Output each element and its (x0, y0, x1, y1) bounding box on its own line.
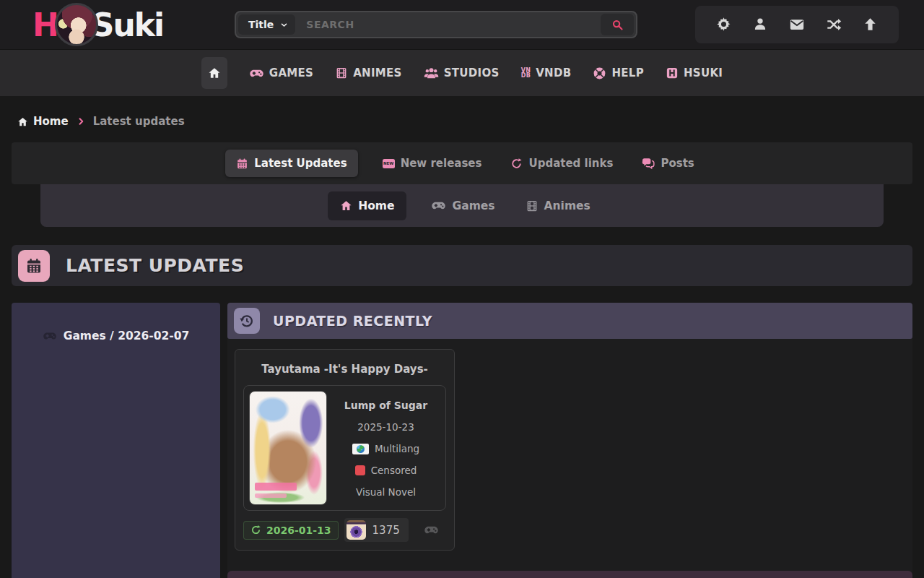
subtabs-bar: Home Games Animes (40, 184, 884, 227)
eye-thumbnail (346, 520, 366, 540)
tabs-bar: Latest Updates NEW New releases Updated … (12, 142, 912, 184)
page-title-icon-box (18, 250, 50, 282)
home-icon (340, 199, 352, 212)
nav-item-help[interactable]: HELP (593, 66, 644, 80)
nav-item-label: HSUKI (684, 66, 723, 79)
next-section-header-edge (227, 571, 912, 578)
game-cover-image[interactable] (249, 391, 327, 505)
game-category: Visual Novel (356, 486, 416, 498)
history-icon (239, 313, 255, 329)
update-date: 2026-01-13 (266, 525, 331, 536)
refresh-icon (250, 525, 261, 535)
tab-posts[interactable]: Posts (637, 150, 698, 177)
search-category-select[interactable]: Title (238, 14, 295, 35)
nav-item-label: VNDB (536, 66, 571, 79)
updated-recently-header: UPDATED RECENTLY (227, 303, 912, 339)
globe-flag-icon (352, 444, 369, 454)
game-card: Tayutama -It's Happy Days- Lump of Sugar… (235, 349, 455, 551)
subtab-home[interactable]: Home (328, 191, 406, 220)
gamepad-icon (424, 522, 439, 538)
user-icon (753, 17, 767, 31)
gamepad-icon (43, 329, 57, 343)
sidebar-heading-label: Games / 2026-02-07 (64, 329, 190, 342)
language-row: Multilang (352, 443, 419, 454)
search-category-value: Title (248, 19, 274, 30)
vndb-icon: VNDB (521, 68, 531, 78)
tab-updated-links[interactable]: Updated links (506, 150, 617, 177)
arrow-up-button[interactable] (862, 17, 878, 33)
tab-label: Latest Updates (254, 157, 346, 170)
red-square-icon (355, 465, 365, 475)
game-card-body: Lump of Sugar 2025-10-23 Multilang Censo… (243, 385, 446, 511)
tab-latest-updates[interactable]: Latest Updates (225, 150, 357, 177)
breadcrumb-home-label: Home (33, 115, 69, 128)
page-title-bar: LATEST UPDATES (12, 245, 912, 286)
game-card-footer: 2026-01-13 1375 (243, 518, 446, 542)
tab-label: Posts (661, 157, 694, 170)
gear-icon (716, 17, 731, 32)
nav-item-label: GAMES (269, 66, 313, 79)
group-icon (424, 66, 439, 81)
logo-suki-text: Suki (92, 7, 163, 43)
life-ring-icon (593, 66, 606, 80)
page-title: LATEST UPDATES (66, 255, 244, 276)
sidebar-heading-games-date[interactable]: Games / 2026-02-07 (43, 329, 190, 343)
main-navigation: GAMES ANIMES STUDIOS VNDB VNDB HELP HSUK… (0, 49, 924, 96)
chevron-right-icon (77, 117, 85, 126)
random-icon (826, 17, 842, 33)
new-badge-icon: NEW (383, 159, 395, 168)
section-icon-box (234, 308, 260, 334)
envelope-icon (789, 17, 805, 33)
comments-icon (642, 157, 655, 170)
logo-h-text: H (32, 7, 58, 43)
home-icon (17, 116, 28, 127)
gamepad-icon (431, 198, 446, 213)
sidebar: Games / 2026-02-07 (12, 303, 220, 578)
subtab-label: Animes (544, 199, 590, 212)
search-input[interactable] (297, 19, 598, 30)
nav-home-button[interactable] (201, 57, 227, 89)
censorship-label: Censored (371, 465, 417, 476)
home-icon (208, 66, 221, 79)
nav-item-label: HELP (611, 66, 644, 79)
subtab-label: Games (452, 199, 494, 212)
language-label: Multilang (375, 443, 419, 454)
settings-button[interactable] (716, 17, 732, 33)
nav-item-hsuki[interactable]: HSUKI (666, 66, 723, 79)
search-icon (611, 19, 624, 31)
section-title: UPDATED RECENTLY (273, 313, 432, 329)
breadcrumb-current: Latest updates (93, 115, 185, 128)
profile-button[interactable] (752, 17, 768, 33)
update-date-pill: 2026-01-13 (243, 521, 339, 540)
film-icon (335, 66, 348, 79)
nav-item-animes[interactable]: ANIMES (335, 66, 402, 79)
tab-label: Updated links (528, 157, 613, 170)
tab-new-releases[interactable]: NEW New releases (378, 150, 487, 177)
breadcrumb-home-link[interactable]: Home (17, 115, 69, 128)
messages-button[interactable] (789, 17, 805, 33)
content-area: Games / 2026-02-07 UPDATED RECENTLY Tayu… (12, 303, 912, 578)
nav-item-games[interactable]: GAMES (249, 66, 313, 81)
censorship-row: Censored (355, 465, 417, 476)
views-count: 1375 (372, 524, 400, 537)
arrow-up-icon (863, 17, 878, 32)
subtab-games[interactable]: Games (425, 191, 500, 220)
tab-label: New releases (401, 157, 482, 170)
studio-name[interactable]: Lump of Sugar (344, 400, 427, 411)
game-info: Lump of Sugar 2025-10-23 Multilang Censo… (331, 391, 440, 505)
main-panel: UPDATED RECENTLY Tayutama -It's Happy Da… (227, 303, 912, 578)
topbar-icon-group (695, 6, 899, 43)
site-logo[interactable]: H Suki (32, 3, 163, 46)
views-badge[interactable]: 1375 (344, 518, 409, 542)
subtab-label: Home (358, 199, 394, 212)
calendar-icon (236, 158, 248, 170)
random-button[interactable] (826, 17, 842, 33)
game-title[interactable]: Tayutama -It's Happy Days- (243, 358, 446, 385)
release-date: 2025-10-23 (357, 421, 414, 433)
nav-item-studios[interactable]: STUDIOS (424, 66, 500, 81)
subtab-animes[interactable]: Animes (520, 192, 596, 220)
nav-item-vndb[interactable]: VNDB VNDB (521, 66, 572, 79)
breadcrumb: Home Latest updates (17, 111, 924, 132)
search-button[interactable] (601, 14, 634, 35)
refresh-icon (510, 158, 523, 170)
